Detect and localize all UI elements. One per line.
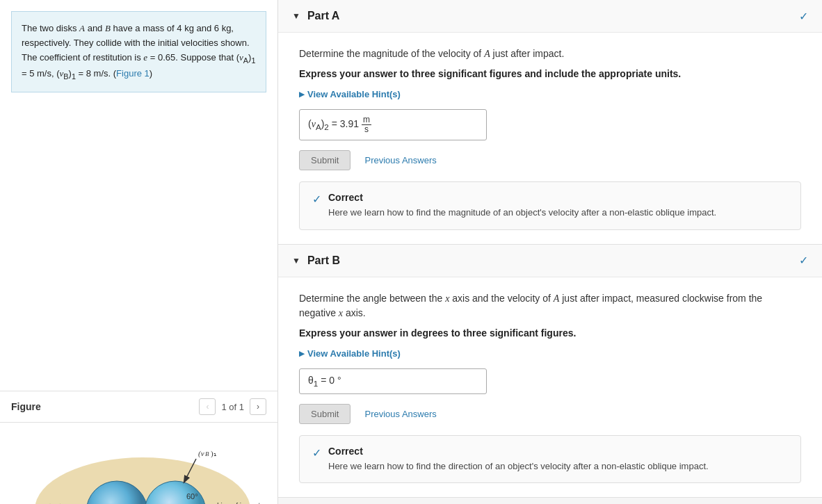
figure-next-button[interactable]: ›	[250, 398, 266, 415]
part-b-hints-link[interactable]: ▶ View Available Hint(s)	[299, 348, 801, 359]
right-panel: ▼ Part A ✓ Determine the magnitude of th…	[278, 0, 822, 504]
part-a-header[interactable]: ▼ Part A ✓	[278, 0, 822, 33]
part-b-correct-icon: ✓	[312, 446, 321, 460]
figure-prev-button[interactable]: ‹	[199, 398, 216, 415]
figure-section: Figure ‹ 1 of 1 ›	[0, 391, 277, 504]
part-b-submit-row: Submit Previous Answers	[299, 404, 801, 424]
part-a-hints-link[interactable]: ▶ View Available Hint(s)	[299, 89, 801, 99]
part-a-submit-button[interactable]: Submit	[299, 150, 350, 170]
part-b-collapse-arrow: ▼	[292, 256, 300, 266]
part-b-submit-button[interactable]: Submit	[299, 404, 350, 424]
disk-b-label: B	[105, 23, 111, 33]
physics-diagram: A B (v A )₁	[14, 430, 264, 504]
figure-link[interactable]: Figure 1	[116, 68, 150, 79]
part-b-checkmark: ✓	[799, 254, 808, 267]
part-a-checkmark: ✓	[799, 10, 808, 23]
part-a-correct-box: ✓ Correct Here we learn how to find the …	[299, 181, 801, 230]
part-a-answer-input[interactable]: (vA)2 = 3.91 ms	[299, 109, 487, 140]
figure-title: Figure	[11, 401, 41, 412]
svg-text:)₁: )₁	[211, 449, 216, 458]
footer: P Pearson	[278, 498, 822, 504]
hint-b-arrow-icon: ▶	[299, 350, 305, 357]
figure-page-indicator: 1 of 1	[221, 402, 244, 412]
svg-text:B: B	[205, 450, 209, 457]
part-b-body: Determine the angle between the x axis a…	[278, 277, 822, 497]
part-b-correct-box: ✓ Correct Here we learn how to find the …	[299, 435, 801, 484]
part-a-body: Determine the magnitude of the velocity …	[278, 33, 822, 244]
part-b-answer-row: θ1 = 0 °	[299, 368, 801, 394]
figure-image-area: A B (v A )₁	[0, 423, 277, 504]
part-a-collapse-arrow: ▼	[292, 11, 300, 21]
part-a-question: Determine the magnitude of the velocity …	[299, 47, 801, 61]
disk-a-label: A	[79, 23, 85, 33]
figure-header: Figure ‹ 1 of 1 ›	[0, 391, 277, 423]
part-a-answer-row: (vA)2 = 3.91 ms	[299, 109, 801, 140]
part-b-title: Part B	[307, 254, 340, 267]
part-a-correct-text: Correct Here we learn how to find the ma…	[328, 192, 716, 220]
part-b-correct-text: Correct Here we learn how to find the di…	[328, 446, 709, 473]
restitution-symbol: e	[143, 52, 147, 63]
part-b-header[interactable]: ▼ Part B ✓	[278, 245, 822, 277]
part-b-answer-input[interactable]: θ1 = 0 °	[299, 368, 487, 394]
part-a-title: Part A	[307, 10, 340, 22]
part-b-instruction: Express your answer in degrees to three …	[299, 327, 801, 339]
part-b-section: ▼ Part B ✓ Determine the angle between t…	[278, 245, 822, 498]
part-a-instruction: Express your answer to three significant…	[299, 68, 801, 79]
svg-text:(v: (v	[198, 449, 204, 458]
part-a-section: ▼ Part A ✓ Determine the magnitude of th…	[278, 0, 822, 245]
part-b-question: Determine the angle between the x axis a…	[299, 291, 801, 320]
svg-text:60°: 60°	[186, 492, 198, 501]
part-a-previous-answers-link[interactable]: Previous Answers	[364, 155, 436, 165]
figure-nav: ‹ 1 of 1 ›	[199, 398, 266, 415]
left-panel: The two disks A and B have a mass of 4 k…	[0, 0, 278, 504]
problem-description: The two disks A and B have a mass of 4 k…	[11, 11, 266, 92]
hint-arrow-icon: ▶	[299, 90, 305, 98]
part-a-submit-row: Submit Previous Answers	[299, 150, 801, 170]
part-b-previous-answers-link[interactable]: Previous Answers	[364, 409, 436, 419]
part-a-correct-icon: ✓	[312, 193, 321, 206]
